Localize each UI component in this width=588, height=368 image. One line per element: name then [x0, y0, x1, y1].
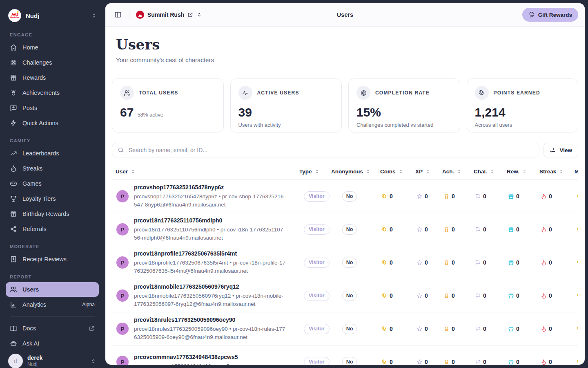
sort-icon[interactable] [522, 169, 527, 174]
sidebar-item-docs[interactable]: Docs [6, 321, 99, 336]
column-header-xp[interactable]: XP [409, 168, 436, 175]
main-panel: Summit Rush Users Gift Rewards Users You… [105, 3, 585, 365]
sidebar-item-home[interactable]: Home [6, 40, 99, 55]
stat-subtext: Users with activity [238, 122, 334, 128]
column-header-rew[interactable]: Rew. [501, 168, 533, 175]
stat-card-completion-rate: COMPLETION RATE15%Challenges completed v… [348, 79, 460, 132]
sidebar-item-posts[interactable]: Posts [6, 101, 99, 115]
sidebar-item-label: Loyalty Tiers [22, 195, 56, 202]
coins-cell: 0 [374, 359, 409, 365]
external-link-icon[interactable] [187, 12, 193, 18]
sidebar-item-analytics[interactable]: AnalyticsAlpha [6, 297, 99, 312]
sidebar-item-rewards[interactable]: Rewards [6, 70, 99, 85]
column-header-ach[interactable]: Ach. [436, 168, 468, 175]
coins-icon [381, 293, 388, 299]
anonymous-badge: No [342, 258, 357, 268]
sidebar-item-challenges[interactable]: Challenges [6, 55, 99, 70]
xp-cell: 0 [409, 226, 436, 233]
stat-label: TOTAL USERS [139, 90, 178, 96]
row-avatar: P [116, 289, 129, 302]
sidebar-item-achievements[interactable]: Achievements [6, 85, 99, 100]
table-row[interactable]: P prcovi18nrules17763250059096oey90 prco… [112, 312, 578, 346]
xp-cell: 0 [409, 259, 436, 266]
sort-icon[interactable] [490, 169, 495, 174]
table-row[interactable]: P prcovshop17763252165478nyp6z prcovshop… [112, 180, 578, 213]
sort-icon[interactable] [559, 169, 564, 174]
anonymous-badge: No [342, 324, 357, 334]
gift-icon [10, 210, 17, 218]
account-menu[interactable]: d derek Nudj [6, 351, 99, 368]
row-user-name: prcovcommnav1776324948438zpcws5 [134, 353, 277, 361]
sidebar-item-leaderboards[interactable]: Leaderboards [6, 146, 99, 161]
stat-value: 39 [238, 106, 252, 119]
sidebar-item-label: Posts [22, 105, 37, 111]
gift-rewards-button[interactable]: Gift Rewards [522, 8, 578, 22]
sort-icon[interactable] [130, 169, 136, 174]
sidebar-item-referrals[interactable]: Referrals [6, 222, 99, 236]
sort-icon[interactable] [365, 169, 371, 174]
row-user-name: prcovi18nprofile1776325067635l5r4mt [134, 250, 286, 258]
org-name: Nudj [26, 12, 39, 19]
coins-icon [475, 86, 489, 100]
column-header-coins[interactable]: Coins [374, 168, 409, 175]
anonymous-badge: No [342, 224, 357, 235]
sort-icon[interactable] [425, 169, 430, 174]
share-icon [10, 225, 17, 233]
rewards-cell: 0 [501, 193, 533, 200]
sidebar-item-loyalty-tiers[interactable]: Loyalty Tiers [6, 191, 99, 206]
sort-icon[interactable] [457, 169, 462, 174]
sort-icon[interactable] [398, 169, 403, 174]
row-user-detail: prcovcommnav1776324948438zpcws5 • pr-cov… [134, 362, 277, 365]
sort-icon[interactable] [314, 169, 320, 174]
column-header-user[interactable]: User [112, 168, 293, 175]
table-row[interactable]: P prcovi18n1776325110756mdlph0 prcovi18n… [112, 213, 578, 246]
sidebar-item-label: Users [22, 286, 39, 293]
sidebar-group-label: GAMIFY [10, 138, 95, 143]
workspace-chip[interactable]: Summit Rush [135, 9, 203, 20]
sidebar-footer-nav: DocsAsk AI [6, 321, 99, 351]
table-row[interactable]: P prcovcommnav1776324948438zpcws5 prcovc… [112, 346, 578, 365]
flag-icon [475, 326, 481, 332]
type-cell: Visitor [293, 324, 325, 334]
coins-cell: 0 [374, 292, 409, 299]
column-header-type[interactable]: Type [293, 168, 325, 175]
target-icon [10, 59, 17, 66]
view-button[interactable]: View [543, 143, 578, 157]
challenges-cell: 0 [468, 193, 501, 200]
sidebar-nav: ENGAGEHomeChallengesRewardsAchievementsP… [6, 25, 99, 312]
flag-icon [475, 260, 481, 266]
table-row[interactable]: P prcovi18nprofile1776325067635l5r4mt pr… [112, 246, 578, 279]
view-button-label: View [559, 147, 572, 153]
search-input[interactable] [128, 146, 534, 154]
row-user-detail: prcovi18n1776325110756mdlph0 • pr-cov-i1… [134, 226, 286, 242]
workspace-switcher[interactable]: Jet2 Holiday ✷ Nudj [6, 7, 99, 25]
gift-icon [508, 293, 514, 299]
chevrons-up-down-icon[interactable] [196, 12, 202, 18]
sidebar-item-quick-actions[interactable]: Quick Actions [6, 116, 99, 130]
column-header-chal[interactable]: Chal. [468, 168, 501, 175]
flag-icon [475, 227, 481, 233]
medal-icon [443, 359, 450, 365]
star-icon [416, 293, 423, 299]
sidebar-item-label: Games [22, 180, 42, 187]
star-icon [416, 227, 423, 233]
chevrons-up-down-icon [90, 358, 96, 364]
sidebar-item-streaks[interactable]: Streaks [6, 161, 99, 176]
sidebar-item-users[interactable]: Users [6, 282, 99, 297]
cloud-gift-icon [528, 11, 535, 18]
achievements-cell: 0 [436, 325, 468, 332]
sidebar-toggle-button[interactable] [113, 9, 123, 20]
user-cell: P prcovshop17763252165478nyp6z prcovshop… [112, 184, 293, 209]
sidebar-item-ask-ai[interactable]: Ask AI [6, 336, 99, 351]
column-header-anonymous[interactable]: Anonymous [325, 168, 374, 175]
flag-icon [475, 359, 481, 365]
sidebar-item-birthday-rewards[interactable]: Birthday Rewards [6, 206, 99, 221]
alpha-badge: Alpha [82, 302, 95, 307]
target-icon [356, 86, 370, 100]
column-header-partial[interactable]: M [568, 168, 578, 175]
table-row[interactable]: P prcovi18nmobile17763250560976ryq12 prc… [112, 279, 578, 312]
sidebar-item-games[interactable]: Games [6, 176, 99, 191]
column-header-streak[interactable]: Streak [533, 168, 568, 175]
sidebar-item-receipt-reviews[interactable]: Receipt Reviews [6, 252, 99, 267]
challenges-cell: 0 [468, 226, 501, 233]
